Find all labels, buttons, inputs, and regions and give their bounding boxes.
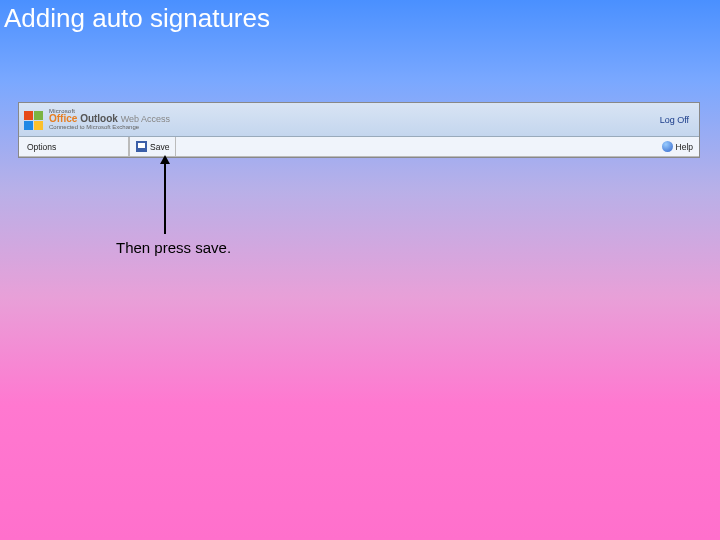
brand-web-access: Web Access (121, 114, 170, 124)
brand-office: Office (49, 113, 77, 124)
owa-brand: Microsoft Office Outlook Web Access Conn… (23, 108, 170, 132)
toolbar-right: Help (662, 141, 699, 152)
office-logo-icon (23, 110, 45, 132)
annotation-arrow (164, 162, 166, 234)
brand-connected: Connected to Microsoft Exchange (49, 124, 170, 130)
save-button-label: Save (150, 142, 169, 152)
slide-title: Adding auto signatures (4, 3, 270, 34)
annotation-text: Then press save. (116, 239, 231, 256)
owa-toolbar: Options Save Help (19, 137, 699, 157)
owa-brand-text: Microsoft Office Outlook Web Access Conn… (49, 108, 170, 130)
owa-window: Microsoft Office Outlook Web Access Conn… (18, 102, 700, 158)
logoff-link[interactable]: Log Off (660, 115, 695, 125)
help-label[interactable]: Help (676, 142, 693, 152)
brand-outlook: Outlook (80, 113, 118, 124)
help-icon[interactable] (662, 141, 673, 152)
options-label: Options (19, 137, 129, 156)
save-button[interactable]: Save (130, 137, 176, 156)
owa-header-bar: Microsoft Office Outlook Web Access Conn… (19, 103, 699, 137)
toolbar-left: Options Save (19, 137, 176, 156)
brand-main-line: Office Outlook Web Access (49, 114, 170, 124)
save-icon (136, 141, 147, 152)
